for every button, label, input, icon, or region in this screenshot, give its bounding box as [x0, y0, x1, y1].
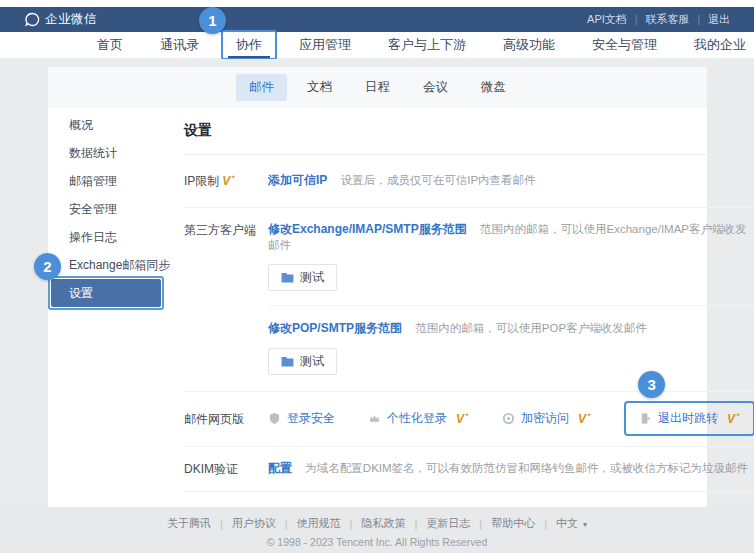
- nav-tab-home[interactable]: 首页: [97, 36, 123, 54]
- app-title: 企业微信: [45, 11, 97, 28]
- nav-tab-security-management[interactable]: 安全与管理: [592, 36, 657, 54]
- annotation-box-step3: 3 退出时跳转V: [624, 401, 754, 436]
- vip-icon: V: [578, 412, 591, 426]
- sidebar-item-mailbox-management[interactable]: 邮箱管理: [48, 167, 164, 195]
- annotation-box-step2: [48, 276, 164, 310]
- exchange-imap-smtp-group: 修改Exchange/IMAP/SMTP服务范围 范围内的邮箱，可以使用Exch…: [268, 208, 754, 305]
- content-card: 邮件 文档 日程 会议 微盘 概况 数据统计 邮箱管理 安全管理 操作日志 Ex…: [48, 67, 707, 507]
- sidebar-item-settings[interactable]: 设置 2: [51, 279, 161, 307]
- nav-tab-app-management[interactable]: 应用管理: [299, 36, 351, 54]
- footer-language-select[interactable]: 中文 ▾: [547, 516, 596, 531]
- nav-tab-advanced[interactable]: 高级功能: [503, 36, 555, 54]
- dkim-configure-link[interactable]: 配置: [268, 461, 292, 475]
- ip-restriction-label: IP限制: [184, 174, 219, 188]
- top-app-bar: 企业微信 API文档 | 联系客服 | 退出: [0, 7, 754, 32]
- third-party-client-row: 第三方客户端 修改Exchange/IMAP/SMTP服务范围 范围内的邮箱，可…: [184, 208, 754, 392]
- page-background: 邮件 文档 日程 会议 微盘 概况 数据统计 邮箱管理 安全管理 操作日志 Ex…: [0, 59, 754, 553]
- pop-smtp-desc: 范围内的邮箱，可以使用POP客户端收发邮件: [415, 322, 646, 334]
- ip-restriction-row: IP限制V 添加可信IP 设置后，成员仅可在可信IP内查看邮件: [184, 155, 754, 208]
- modify-exchange-imap-smtp-link[interactable]: 修改Exchange/IMAP/SMTP服务范围: [268, 222, 467, 236]
- subtab-schedule[interactable]: 日程: [352, 74, 403, 101]
- exit-door-icon: [639, 412, 652, 425]
- wecom-bubble-icon: [25, 12, 40, 27]
- primary-nav: 首页 通讯录 协作 1 应用管理 客户与上下游 高级功能 安全与管理 我的企业: [0, 32, 754, 59]
- nav-tab-customers[interactable]: 客户与上下游: [388, 36, 466, 54]
- login-security-option[interactable]: 登录安全: [268, 410, 335, 427]
- footer-changelog[interactable]: 更新日志: [417, 516, 479, 531]
- subtab-meeting[interactable]: 会议: [410, 74, 461, 101]
- nav-tab-my-company[interactable]: 我的企业: [694, 36, 746, 54]
- api-docs-link[interactable]: API文档: [579, 12, 635, 27]
- sidebar-item-overview[interactable]: 概况: [48, 111, 164, 139]
- dkim-row: DKIM验证 配置 为域名配置DKIM签名，可以有效防范仿冒和网络钓鱼邮件，或被…: [184, 447, 754, 492]
- sidebar-item-security-management[interactable]: 安全管理: [48, 195, 164, 223]
- webmail-row: 邮件网页版 登录安全: [184, 392, 754, 447]
- subtab-mail[interactable]: 邮件: [236, 74, 287, 101]
- nav-tab-collaboration[interactable]: 协作 1: [236, 36, 262, 54]
- sidebar-item-exchange-sync[interactable]: Exchange邮箱同步: [48, 251, 164, 279]
- footer-usage-rules[interactable]: 使用规范: [288, 516, 350, 531]
- folder-icon: [281, 356, 294, 367]
- vip-icon: V: [727, 412, 740, 426]
- pop-test-button[interactable]: 测试: [268, 348, 337, 375]
- page-footer: 关于腾讯| 用户协议| 使用规范| 隐私政策| 更新日志| 帮助中心| 中文 ▾…: [0, 507, 754, 553]
- contact-support-link[interactable]: 联系客服: [637, 12, 697, 27]
- app-logo: 企业微信: [25, 11, 97, 28]
- personalized-login-option[interactable]: 个性化登录V: [368, 410, 469, 427]
- sidebar-item-statistics[interactable]: 数据统计: [48, 139, 164, 167]
- copyright-text: © 1998 - 2023 Tencent Inc. All Rights Re…: [0, 536, 754, 548]
- page-title: 设置: [184, 114, 754, 155]
- dkim-desc: 为域名配置DKIM签名，可以有效防范仿冒和网络钓鱼邮件，或被收信方标记为垃圾邮件: [305, 462, 748, 474]
- footer-help-center[interactable]: 帮助中心: [482, 516, 544, 531]
- active-tab-underline: [228, 56, 270, 58]
- subtab-docs[interactable]: 文档: [294, 74, 345, 101]
- nav-tab-contacts[interactable]: 通讯录: [160, 36, 199, 54]
- footer-links: 关于腾讯| 用户协议| 使用规范| 隐私政策| 更新日志| 帮助中心| 中文 ▾: [0, 516, 754, 531]
- dkim-label: DKIM验证: [184, 462, 238, 476]
- logout-link[interactable]: 退出: [700, 12, 738, 27]
- encrypted-access-option[interactable]: 加密访问V: [502, 410, 591, 427]
- exchange-test-button[interactable]: 测试: [268, 264, 337, 291]
- subtab-drive[interactable]: 微盘: [468, 74, 519, 101]
- crown-icon: [368, 412, 381, 425]
- footer-about-tencent[interactable]: 关于腾讯: [158, 516, 220, 531]
- footer-user-agreement[interactable]: 用户协议: [223, 516, 285, 531]
- third-party-client-label: 第三方客户端: [184, 223, 256, 237]
- lock-ring-icon: [502, 412, 515, 425]
- footer-privacy-policy[interactable]: 隐私政策: [352, 516, 414, 531]
- topbar-links: API文档 | 联系客服 | 退出: [579, 12, 738, 27]
- pop-smtp-group: 修改POP/SMTP服务范围 范围内的邮箱，可以使用POP客户端收发邮件 测试: [268, 305, 754, 391]
- chevron-down-icon: ▾: [583, 520, 587, 529]
- folder-icon: [281, 272, 294, 283]
- vip-icon: V: [222, 174, 235, 188]
- settings-panel: 设置 IP限制V 添加可信IP 设置后，成员仅可在可信IP内查看邮件 第三方客户…: [164, 108, 754, 507]
- add-trusted-ip-link[interactable]: 添加可信IP: [268, 173, 327, 187]
- exit-redirect-option[interactable]: 退出时跳转V: [639, 410, 740, 427]
- sidebar-item-operation-log[interactable]: 操作日志: [48, 223, 164, 251]
- module-tabs: 邮件 文档 日程 会议 微盘: [48, 67, 707, 108]
- shield-icon: [268, 412, 281, 425]
- modify-pop-smtp-link[interactable]: 修改POP/SMTP服务范围: [268, 321, 402, 335]
- vip-icon: V: [456, 412, 469, 426]
- webmail-label: 邮件网页版: [184, 412, 244, 426]
- ip-restriction-desc: 设置后，成员仅可在可信IP内查看邮件: [341, 174, 536, 186]
- mail-settings-sidebar: 概况 数据统计 邮箱管理 安全管理 操作日志 Exchange邮箱同步 设置 2: [48, 108, 164, 507]
